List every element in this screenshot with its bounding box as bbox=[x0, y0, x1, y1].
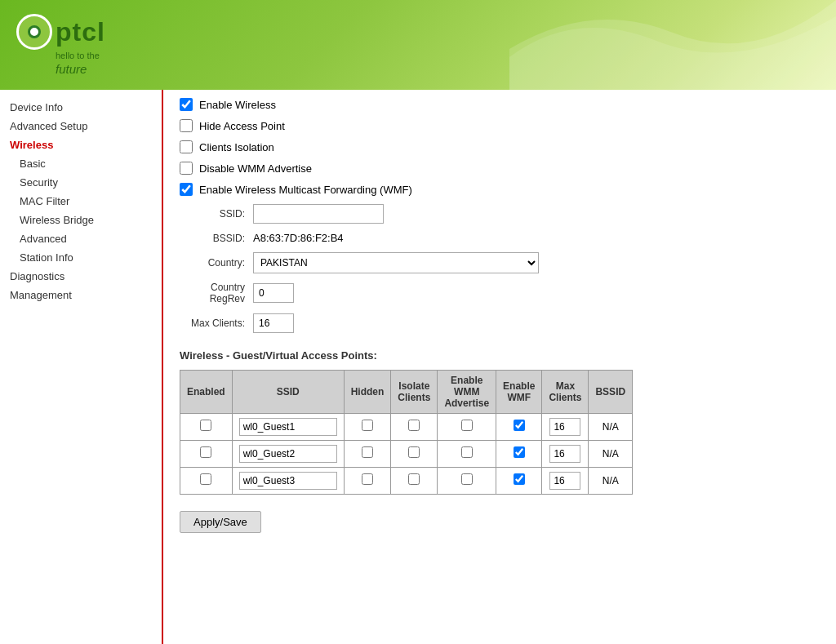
guest-isolate-0[interactable] bbox=[408, 420, 420, 431]
guest-max-clients-2[interactable] bbox=[549, 472, 580, 490]
col-max-clients: MaxClients bbox=[542, 370, 589, 413]
col-bssid: BSSID bbox=[589, 370, 633, 413]
guest-table-title: Wireless - Guest/Virtual Access Points: bbox=[180, 349, 820, 362]
sidebar-item-diagnostics[interactable]: Diagnostics bbox=[0, 267, 162, 286]
sidebar: Device Info Advanced Setup Wireless Basi… bbox=[0, 90, 163, 644]
guest-bssid-1: N/A bbox=[589, 440, 633, 467]
clients-isolation-checkbox[interactable] bbox=[180, 140, 193, 153]
disable-wmm-label: Disable WMM Advertise bbox=[199, 162, 312, 175]
sidebar-item-advanced[interactable]: Advanced bbox=[0, 229, 162, 248]
clients-isolation-label: Clients Isolation bbox=[199, 141, 274, 153]
country-regrev-row: Country RegRev bbox=[180, 282, 820, 305]
col-hidden: Hidden bbox=[344, 370, 391, 413]
country-label: Country: bbox=[180, 257, 245, 269]
sidebar-item-wireless[interactable]: Wireless bbox=[0, 135, 162, 154]
max-clients-row: Max Clients: bbox=[180, 313, 820, 333]
logo: ptcl hello to the future bbox=[16, 14, 105, 75]
content-area: Enable Wireless Hide Access Point Client… bbox=[163, 90, 836, 644]
sidebar-item-security[interactable]: Security bbox=[0, 173, 162, 192]
logo-inner-dot bbox=[28, 25, 41, 38]
logo-text: ptcl bbox=[56, 17, 105, 47]
disable-wmm-row: Disable WMM Advertise bbox=[180, 162, 820, 175]
ssid-input[interactable] bbox=[253, 204, 384, 224]
country-select[interactable]: PAKISTAN INDIA CHINA USA UK bbox=[253, 252, 539, 273]
hide-access-point-checkbox[interactable] bbox=[180, 119, 193, 132]
ssid-label: SSID: bbox=[180, 208, 245, 220]
guest-enabled-0[interactable] bbox=[200, 420, 211, 431]
guest-wmf-0[interactable] bbox=[514, 420, 525, 431]
enable-wireless-label: Enable Wireless bbox=[199, 99, 276, 111]
enable-wmf-label: Enable Wireless Multicast Forwarding (WM… bbox=[199, 184, 412, 196]
enable-wireless-row: Enable Wireless bbox=[180, 98, 820, 111]
sidebar-item-management[interactable]: Management bbox=[0, 286, 162, 304]
logo-tagline2: future bbox=[56, 62, 87, 76]
logo-tagline1: hello to the bbox=[56, 50, 100, 61]
guest-wmf-1[interactable] bbox=[514, 446, 525, 458]
country-regrev-label: Country RegRev bbox=[180, 282, 245, 305]
enable-wireless-checkbox[interactable] bbox=[180, 98, 193, 111]
guest-enabled-2[interactable] bbox=[200, 473, 211, 485]
guest-wmm-2[interactable] bbox=[461, 473, 473, 485]
hide-access-point-label: Hide Access Point bbox=[199, 120, 285, 132]
bssid-label: BSSID: bbox=[180, 233, 245, 244]
col-ssid: SSID bbox=[232, 370, 344, 413]
guest-enabled-1[interactable] bbox=[200, 446, 211, 458]
guest-bssid-0: N/A bbox=[589, 413, 633, 440]
guest-max-clients-1[interactable] bbox=[549, 445, 580, 463]
disable-wmm-checkbox[interactable] bbox=[180, 162, 193, 175]
bssid-row: BSSID: A8:63:7D:86:F2:B4 bbox=[180, 232, 820, 244]
guest-ssid-2[interactable] bbox=[239, 472, 337, 490]
guest-ssid-1[interactable] bbox=[239, 445, 337, 463]
header-wave bbox=[509, 0, 836, 90]
clients-isolation-row: Clients Isolation bbox=[180, 140, 820, 153]
guest-table: Enabled SSID Hidden IsolateClients Enabl… bbox=[180, 370, 633, 495]
guest-hidden-0[interactable] bbox=[362, 420, 373, 431]
logo-circle-icon bbox=[16, 14, 52, 50]
sidebar-item-advanced-setup[interactable]: Advanced Setup bbox=[0, 117, 162, 135]
max-clients-input[interactable] bbox=[253, 313, 294, 333]
sidebar-item-device-info[interactable]: Device Info bbox=[0, 98, 162, 117]
apply-save-button[interactable]: Apply/Save bbox=[180, 511, 261, 533]
country-row: Country: PAKISTAN INDIA CHINA USA UK bbox=[180, 252, 820, 273]
header: ptcl hello to the future bbox=[0, 0, 836, 90]
col-enable-wmm: EnableWMMAdvertise bbox=[438, 370, 496, 413]
guest-wmm-0[interactable] bbox=[461, 420, 473, 431]
logo-top: ptcl bbox=[16, 14, 105, 50]
guest-ssid-0[interactable] bbox=[239, 418, 337, 436]
sidebar-item-station-info[interactable]: Station Info bbox=[0, 248, 162, 267]
sidebar-item-wireless-bridge[interactable]: Wireless Bridge bbox=[0, 211, 162, 229]
guest-wmm-1[interactable] bbox=[461, 446, 473, 458]
guest-hidden-2[interactable] bbox=[362, 473, 373, 485]
enable-wmf-checkbox[interactable] bbox=[180, 183, 193, 196]
col-enable-wmf: EnableWMF bbox=[496, 370, 542, 413]
table-row: N/A bbox=[180, 467, 633, 494]
guest-isolate-1[interactable] bbox=[408, 446, 420, 458]
enable-wmf-row: Enable Wireless Multicast Forwarding (WM… bbox=[180, 183, 820, 196]
hide-access-point-row: Hide Access Point bbox=[180, 119, 820, 132]
ssid-row: SSID: bbox=[180, 204, 820, 224]
sidebar-item-mac-filter[interactable]: MAC Filter bbox=[0, 192, 162, 211]
max-clients-label: Max Clients: bbox=[180, 318, 245, 329]
guest-bssid-2: N/A bbox=[589, 467, 633, 494]
table-row: N/A bbox=[180, 440, 633, 467]
col-enabled: Enabled bbox=[180, 370, 233, 413]
col-isolate: IsolateClients bbox=[391, 370, 438, 413]
guest-hidden-1[interactable] bbox=[362, 446, 373, 458]
sidebar-item-basic[interactable]: Basic bbox=[0, 154, 162, 173]
table-row: N/A bbox=[180, 413, 633, 440]
main-layout: Device Info Advanced Setup Wireless Basi… bbox=[0, 90, 836, 644]
country-regrev-input[interactable] bbox=[253, 283, 294, 303]
guest-isolate-2[interactable] bbox=[408, 473, 420, 485]
guest-max-clients-0[interactable] bbox=[549, 418, 580, 436]
guest-wmf-2[interactable] bbox=[514, 473, 525, 485]
bssid-value: A8:63:7D:86:F2:B4 bbox=[253, 232, 344, 244]
